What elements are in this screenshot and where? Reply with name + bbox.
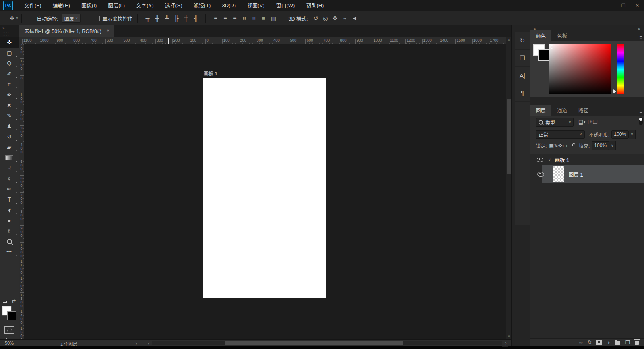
3d-roll-icon[interactable]: ◎	[320, 15, 330, 21]
new-layer-icon[interactable]: ❐	[625, 339, 630, 345]
default-colors-icon[interactable]	[3, 299, 7, 303]
menu-item[interactable]: 3D(D)	[216, 0, 242, 11]
filter-type-dropdown[interactable]: 类型 ∨	[536, 118, 574, 127]
show-transform-checkbox[interactable]	[95, 16, 100, 21]
smudge-tool[interactable]: ☟	[0, 163, 19, 173]
hue-slider[interactable]	[617, 44, 624, 94]
object-selection-tool[interactable]: ✐	[0, 69, 19, 79]
tab-overflow-icon[interactable]: »	[2, 27, 5, 30]
add-layer-mask-icon[interactable]	[596, 340, 602, 345]
filter-adjustment-layers-icon[interactable]: ◐	[583, 119, 586, 125]
menu-item[interactable]: 图像(I)	[76, 0, 102, 11]
panel-menu-icon[interactable]: ≡	[639, 109, 642, 115]
layer-style-icon[interactable]: fx	[588, 339, 591, 345]
brush-tool[interactable]: ✎	[0, 110, 19, 121]
layer-thumbnail[interactable]	[553, 166, 564, 182]
dodge-tool[interactable]: ♀	[0, 173, 19, 184]
character-panel-icon[interactable]: A|	[515, 67, 530, 84]
vertical-scrollbar[interactable]: ∧ ∨	[506, 37, 512, 339]
distribute-left-edges-icon[interactable]: ≡	[241, 13, 248, 23]
chevron-down-icon[interactable]: ∨	[548, 158, 551, 162]
visibility-eye-icon[interactable]	[537, 158, 543, 162]
menu-item[interactable]: 图层(L)	[102, 0, 130, 11]
opacity-field[interactable]: 100%	[611, 130, 629, 139]
horizontal-ruler[interactable]: 1100100090080070060050040030020010001002…	[19, 37, 506, 45]
3d-camera-icon[interactable]: ◄	[349, 15, 359, 21]
rectangular-marquee-tool[interactable]: ▢	[0, 48, 19, 58]
type-tool[interactable]: T	[0, 194, 19, 205]
align-right-edges-icon[interactable]: ╢	[191, 15, 200, 21]
menu-item[interactable]: 帮助(H)	[300, 0, 329, 11]
saturation-brightness-field[interactable]	[549, 44, 611, 94]
hue-slider-arrow[interactable]	[613, 89, 618, 93]
lock-image-pixels-icon[interactable]: ✎	[554, 143, 558, 149]
properties-panel-icon[interactable]: ❒	[515, 50, 530, 67]
panel-background-swatch[interactable]	[538, 49, 550, 61]
lock-artboard-icon[interactable]: ▭	[562, 143, 567, 149]
current-tool-icon[interactable]: ✜	[10, 15, 14, 21]
hand-tool[interactable]: ✌	[0, 226, 19, 236]
eyedropper-tool[interactable]: ✒	[0, 89, 19, 100]
3d-slide-icon[interactable]: ⇔	[340, 15, 349, 21]
align-top-edges-icon[interactable]: ╥	[142, 15, 152, 21]
clone-stamp-tool[interactable]: ♟	[0, 121, 19, 131]
distribute-spacing-icon[interactable]: ▥	[268, 15, 278, 21]
distribute-top-edges-icon[interactable]: ≡	[211, 15, 220, 21]
align-horizontal-centers-icon[interactable]: ╪	[181, 15, 191, 21]
layer-row-selected[interactable]: 图层 1	[530, 165, 644, 183]
restore-button[interactable]: ❐	[617, 0, 630, 11]
lasso-tool[interactable]: Ϙ	[0, 58, 19, 69]
minimize-button[interactable]: —	[603, 0, 617, 11]
distribute-bottom-edges-icon[interactable]: ≡	[230, 15, 239, 21]
menu-item[interactable]: 窗口(W)	[270, 0, 300, 11]
align-left-edges-icon[interactable]: ╟	[171, 15, 181, 21]
quick-mask-button[interactable]	[4, 326, 14, 334]
menu-item[interactable]: 选择(S)	[159, 0, 188, 11]
new-group-icon[interactable]	[615, 340, 620, 345]
distribute-horizontal-centers-icon[interactable]: ≡	[251, 13, 257, 23]
distribute-right-edges-icon[interactable]: ≡	[260, 13, 267, 23]
canvas-area[interactable]: 画板 1	[24, 44, 506, 339]
move-tool[interactable]: ✜	[0, 37, 19, 48]
menu-item[interactable]: 视图(V)	[242, 0, 270, 11]
crop-tool[interactable]: ⌗	[0, 79, 19, 89]
filter-pixel-layers-icon[interactable]: ▤	[578, 119, 583, 125]
tab-layers[interactable]: 图层	[530, 105, 551, 116]
opacity-chevron[interactable]: ∨	[629, 130, 636, 139]
document-tab[interactable]: 未标题-1 @ 50% (图层 1, RGB/8#) ✕	[19, 25, 114, 37]
ellipse-tool[interactable]: ●	[0, 215, 19, 226]
delete-layer-icon[interactable]	[635, 339, 639, 345]
distribute-vertical-centers-icon[interactable]: ≡	[220, 15, 230, 21]
color-picker-ring[interactable]	[550, 45, 553, 49]
swap-colors-icon[interactable]: ⇄	[12, 299, 16, 304]
tab-color[interactable]: 颜色	[530, 30, 551, 41]
align-bottom-edges-icon[interactable]: ╨	[162, 15, 171, 21]
filter-smart-objects-icon[interactable]: ❏	[592, 119, 597, 125]
auto-select-checkbox[interactable]	[29, 16, 34, 21]
history-brush-tool[interactable]: ↺	[0, 131, 19, 142]
new-adjustment-layer-icon[interactable]: ◑	[607, 339, 610, 345]
artboard-label[interactable]: 画板 1	[204, 70, 217, 77]
link-layers-icon[interactable]: ∞	[579, 339, 583, 345]
edit-toolbar-button[interactable]: •••	[0, 247, 19, 257]
panel-menu-icon[interactable]: ≡	[639, 34, 642, 40]
artboard-row[interactable]: ∨ 画板 1	[530, 154, 644, 165]
auto-select-dropdown[interactable]: 图层 ∨	[62, 14, 81, 23]
blend-mode-dropdown[interactable]: 正常 ∨	[536, 130, 585, 139]
horizontal-scrollbar[interactable]	[152, 341, 502, 345]
filter-type-layers-icon[interactable]: T	[586, 119, 590, 125]
pen-tool[interactable]: ✑	[0, 184, 19, 194]
menu-item[interactable]: 滤镜(T)	[188, 0, 217, 11]
layer-filter-toggle[interactable]	[639, 117, 643, 125]
artboard[interactable]	[203, 78, 326, 298]
close-tab-icon[interactable]: ✕	[106, 28, 110, 33]
fill-field[interactable]: 100%	[592, 141, 609, 150]
lock-transparent-pixels-icon[interactable]: ▦	[549, 143, 554, 149]
zoom-tool[interactable]	[0, 236, 19, 247]
spot-healing-brush-tool[interactable]: ✚	[0, 100, 19, 110]
tab-channels[interactable]: 通道	[551, 105, 573, 116]
menu-item[interactable]: 文件(F)	[19, 0, 47, 11]
zoom-level-field[interactable]: 50%	[5, 341, 14, 345]
vertical-ruler[interactable]: 2001000100200300400500600700800900100011…	[19, 44, 25, 339]
horizontal-scrollbar-thumb[interactable]	[225, 341, 402, 345]
